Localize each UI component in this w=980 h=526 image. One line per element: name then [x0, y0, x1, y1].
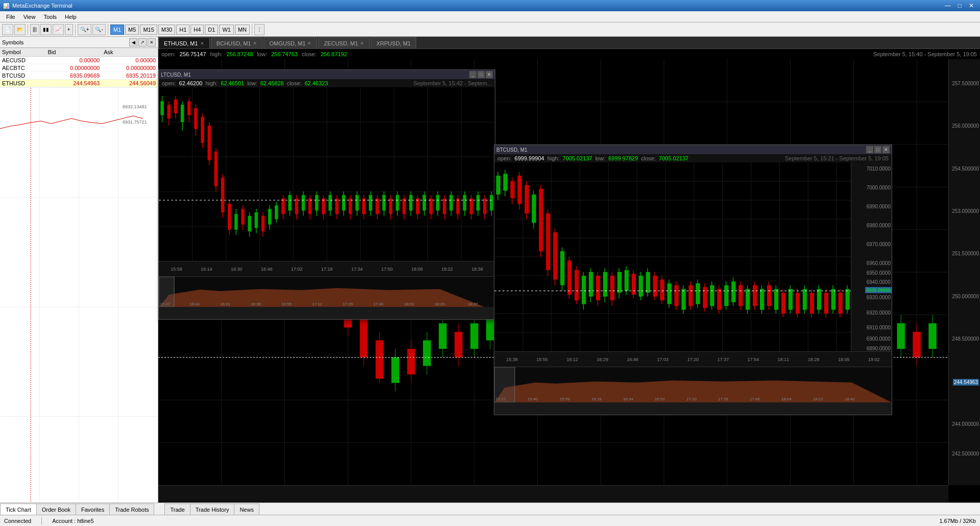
eth-price-253: 253.000000 [952, 208, 979, 214]
svg-rect-376 [831, 289, 835, 310]
svg-rect-366 [796, 293, 800, 314]
main-tab-order-book[interactable]: Order Book [37, 504, 76, 515]
btc-price-6990: 6990.0000 [867, 204, 891, 209]
tf-mn[interactable]: MN [235, 25, 250, 35]
zoom-in[interactable]: 🔍+ [78, 24, 92, 35]
chart-type-bar[interactable]: ||| [30, 24, 39, 35]
symbol-row-btcusd[interactable]: BTCUSD 6935.09669 6935.20119 [0, 72, 158, 80]
btc-t4: 16:29 [596, 357, 608, 362]
svg-rect-201 [342, 195, 346, 211]
svg-rect-286 [510, 181, 514, 198]
ltc-close[interactable]: ✕ [486, 71, 493, 78]
svg-rect-350 [738, 285, 743, 306]
ltc-t4: 16:46 [261, 267, 273, 272]
main-tab-trade-robots[interactable]: Trade Robots [110, 504, 154, 515]
tab-xrpusd-m1[interactable]: XRPUSD, M1 [371, 37, 416, 49]
eth-ohlc-low: 256.74763 [271, 51, 298, 57]
svg-rect-364 [788, 289, 793, 310]
symbol-row-ethusd[interactable]: ETHUSD 244.54963 244.56049 [0, 80, 158, 87]
ltc-minimize[interactable]: _ [469, 71, 476, 78]
more-button[interactable]: ⋮ [254, 24, 265, 35]
menu-view[interactable]: View [19, 13, 40, 21]
tab-ethusd-close[interactable]: ✕ [200, 41, 204, 46]
tf-m5[interactable]: M5 [125, 25, 139, 35]
symbol-row-aecusd[interactable]: AECUSD 0.00000 0.00000 [0, 57, 158, 64]
menu-help[interactable]: Help [61, 13, 81, 21]
svg-rect-352 [746, 289, 750, 310]
btc-t8: 17:37 [718, 357, 729, 362]
ltc-close-lbl: close: [287, 80, 302, 86]
svg-text:6932.13481: 6932.13481 [123, 104, 147, 109]
symbols-panel-dock[interactable]: ◀ [129, 38, 137, 46]
svg-rect-193 [315, 195, 319, 211]
symbol-row-aecbtc[interactable]: AECBTC 0.00000000 0.00000000 [0, 64, 158, 72]
maximize-button[interactable]: □ [955, 1, 965, 10]
tab-omgusd-m1[interactable]: OMGUSD, M1 ✕ [264, 37, 317, 49]
btc-price-6900: 6900.0000 [867, 336, 891, 342]
tf-m30[interactable]: M30 [158, 25, 175, 35]
svg-rect-290 [524, 185, 529, 213]
chart-type-candle[interactable]: ▮▮ [40, 24, 52, 35]
svg-rect-346 [724, 285, 728, 306]
tab-zecusd-close[interactable]: ✕ [360, 41, 364, 46]
btc-price-6890: 6890.0000 [867, 346, 891, 351]
close-button[interactable]: ✕ [966, 1, 977, 10]
btc-maximize[interactable]: □ [874, 146, 881, 153]
svg-rect-322 [639, 276, 643, 297]
tab-omgusd-close[interactable]: ✕ [307, 41, 312, 46]
menu-tools[interactable]: Tools [39, 13, 61, 21]
tf-h1[interactable]: H1 [176, 25, 189, 35]
main-tab-trade-history[interactable]: Trade History [190, 504, 235, 515]
new-chart-button[interactable]: 📄 [2, 24, 13, 35]
tab-bchusd-close[interactable]: ✕ [253, 41, 257, 46]
svg-rect-209 [369, 195, 372, 211]
bottom-tab-group2: Trade Trade History News [164, 504, 259, 515]
open-button[interactable]: 📂 [14, 24, 26, 35]
minimize-button[interactable]: — [942, 1, 954, 10]
svg-rect-292 [532, 195, 536, 223]
btc-chart-titlebar: BTCUSD, M1 _ □ ✕ [494, 145, 892, 154]
svg-rect-219 [402, 199, 406, 214]
tf-m15[interactable]: M15 [140, 25, 157, 35]
svg-rect-360 [774, 289, 778, 310]
btc-minimize[interactable]: _ [866, 146, 873, 153]
tab-ethusd-m1[interactable]: ETHUSD, M1 ✕ [158, 37, 210, 49]
menu-file[interactable]: File [2, 13, 19, 21]
svg-rect-239 [470, 199, 473, 214]
menu-bar: File View Tools Help [0, 11, 980, 22]
tab-ethusd-label: ETHUSD, M1 [164, 40, 198, 46]
tab-bchusd-m1[interactable]: BCHUSD, M1 ✕ [211, 37, 263, 49]
add-indicator[interactable]: + [65, 24, 73, 35]
svg-rect-233 [449, 195, 453, 211]
svg-rect-326 [653, 276, 657, 297]
symbols-panel-close[interactable]: ✕ [148, 38, 156, 46]
tf-h4[interactable]: H4 [190, 25, 204, 35]
symbols-panel-float[interactable]: ↗ [138, 38, 147, 46]
svg-rect-332 [674, 285, 678, 306]
svg-rect-300 [560, 251, 564, 285]
main-tab-favorites[interactable]: Favorites [76, 504, 110, 515]
svg-rect-374 [824, 293, 828, 314]
tab-xrpusd-label: XRPUSD, M1 [376, 40, 411, 46]
tf-m1[interactable]: M1 [110, 25, 124, 35]
zoom-out[interactable]: 🔍- [92, 24, 105, 35]
ltc-floating-chart: LTCUSD, M1 _ □ ✕ open:62.46200 high:62.4… [158, 69, 495, 320]
main-tab-trade[interactable]: Trade [164, 504, 190, 515]
ltc-navigator: 15:47 16:04 16:21 16:38 16:55 17:12 17:2… [159, 276, 495, 307]
svg-rect-310 [596, 276, 600, 300]
tab-zecusd-label: ZECUSD, M1 [324, 40, 358, 46]
tf-d1[interactable]: D1 [205, 25, 218, 35]
ltc-maximize[interactable]: □ [477, 71, 485, 78]
btc-close[interactable]: ✕ [882, 146, 890, 153]
svg-text:18:37: 18:37 [468, 302, 479, 306]
svg-rect-342 [710, 285, 714, 306]
tf-w1[interactable]: W1 [219, 25, 234, 35]
ltc-high: 62.46501 [221, 80, 244, 86]
ltc-chart-title: LTCUSD, M1 [161, 72, 191, 78]
eth-ohlc-bar: open: 256.75147 high: 256.87248 low: 256… [158, 49, 980, 59]
btc-floating-chart: BTCUSD, M1 _ □ ✕ open:6999.99904 high:70… [494, 145, 892, 415]
tab-zecusd-m1[interactable]: ZECUSD, M1 ✕ [318, 37, 370, 49]
main-tab-tick-chart[interactable]: Tick Chart [0, 504, 37, 515]
main-tab-news[interactable]: News [234, 504, 259, 515]
chart-type-line[interactable]: 📈 [53, 24, 64, 35]
